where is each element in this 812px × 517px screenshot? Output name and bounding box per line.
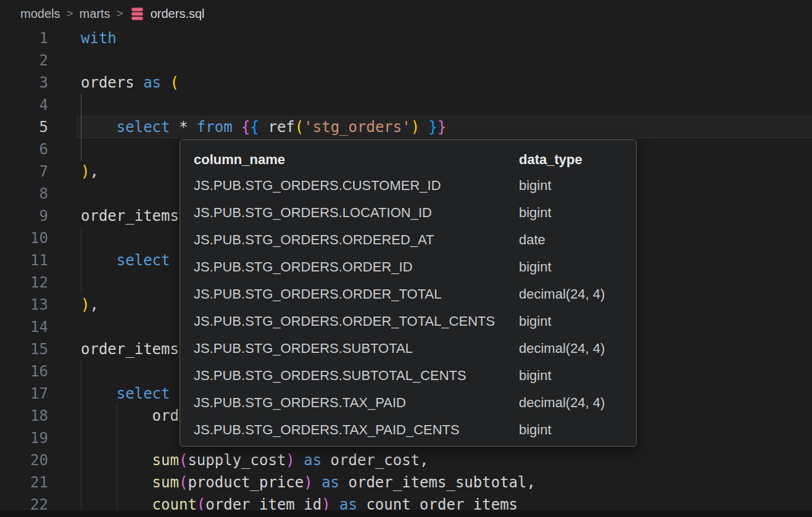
indent-guide — [81, 227, 81, 249]
indent-guide — [81, 360, 81, 383]
line-number: 20 — [0, 449, 48, 471]
token-id — [259, 118, 268, 136]
code-text[interactable]: orders as ( — [76, 72, 812, 94]
code-text[interactable]: sum(product_price) as order_items_subtot… — [76, 471, 812, 494]
token-id: order_items_subtotal, — [339, 474, 536, 491]
popup-data-type-value: date — [519, 226, 636, 254]
code-text[interactable]: sum(supply_cost) as order_cost, — [76, 449, 812, 471]
code-line-2[interactable]: 2 — [0, 49, 812, 72]
token-id: , — [89, 296, 98, 313]
code-line-3[interactable]: 3orders as ( — [0, 72, 812, 94]
line-number: 16 — [0, 360, 48, 383]
code-line-20[interactable]: 20 sum(supply_cost) as order_cost, — [0, 449, 812, 471]
breadcrumb-item-file[interactable]: orders.sql — [130, 6, 205, 22]
token-kw: select — [117, 385, 170, 402]
indent-guide — [81, 138, 81, 160]
token-b2: { — [241, 118, 250, 136]
line-number: 1 — [0, 27, 48, 49]
breadcrumb-separator-icon: > — [117, 7, 123, 20]
popup-row: JS.PUB.STG_ORDERS.SUBTOTAL_CENTSbigint — [194, 362, 636, 389]
popup-column-name-value: JS.PUB.STG_ORDERS.TAX_PAID — [194, 389, 519, 416]
popup-column-name-value: JS.PUB.STG_ORDERS.SUBTOTAL — [194, 335, 519, 362]
popup-data-type-value: decimal(24, 4) — [519, 335, 636, 362]
popup-data-type-value: bigint — [519, 199, 636, 226]
token-fn: sum — [152, 474, 179, 491]
token-kw: as — [143, 74, 161, 91]
token-b2: ( — [179, 474, 188, 491]
token-id: ord — [81, 407, 179, 424]
popup-header-row: column_name data_type — [194, 147, 636, 172]
token-id: order_items — [81, 341, 179, 358]
popup-data-type-value: bigint — [519, 416, 636, 444]
popup-row: JS.PUB.STG_ORDERS.TAX_PAID_CENTSbigint — [194, 416, 636, 444]
token-b2: ) — [304, 474, 312, 491]
indent-guide — [81, 449, 81, 471]
popup-column-name-value: JS.PUB.STG_ORDERS.ORDERED_AT — [194, 226, 519, 254]
line-number: 10 — [0, 227, 48, 249]
popup-row: JS.PUB.STG_ORDERS.CUSTOMER_IDbigint — [194, 172, 636, 199]
token-b1: ( — [295, 118, 304, 136]
line-number: 2 — [0, 49, 48, 72]
token-b1: ) — [81, 163, 89, 180]
token-id — [420, 118, 428, 136]
token-b3: { — [251, 118, 259, 136]
popup-column-name-value: JS.PUB.STG_ORDERS.CUSTOMER_ID — [194, 172, 519, 199]
token-b1: ( — [170, 74, 179, 91]
popup-row: JS.PUB.STG_ORDERS.TAX_PAIDdecimal(24, 4) — [194, 389, 636, 416]
token-id — [81, 385, 117, 402]
token-kw: select — [117, 118, 170, 136]
popup-rows: JS.PUB.STG_ORDERS.CUSTOMER_IDbigintJS.PU… — [194, 172, 636, 444]
popup-row: JS.PUB.STG_ORDERS.ORDER_TOTALdecimal(24,… — [194, 281, 636, 308]
token-kw: from — [197, 118, 233, 136]
token-id — [81, 252, 117, 269]
indent-guide — [81, 471, 81, 494]
line-number: 9 — [0, 205, 48, 227]
breadcrumb: models > marts > orders.sql — [0, 0, 812, 27]
token-id: * — [170, 118, 197, 136]
line-number: 5 — [0, 116, 48, 138]
token-id — [161, 74, 170, 91]
token-kw: as — [321, 474, 339, 491]
popup-header-data-type: data_type — [519, 147, 636, 172]
code-line-21[interactable]: 21 sum(product_price) as order_items_sub… — [0, 471, 812, 494]
token-kw: with — [81, 30, 117, 47]
popup-data-type-value: decimal(24, 4) — [519, 281, 636, 308]
code-line-1[interactable]: 1with — [0, 27, 812, 49]
line-number: 7 — [0, 160, 48, 183]
popup-column-name-value: JS.PUB.STG_ORDERS.ORDER_ID — [194, 254, 519, 281]
breadcrumb-separator-icon: > — [66, 7, 73, 20]
popup-column-name-value: JS.PUB.STG_ORDERS.SUBTOTAL_CENTS — [194, 362, 519, 389]
popup-row: JS.PUB.STG_ORDERS.SUBTOTALdecimal(24, 4) — [194, 335, 636, 362]
line-number: 11 — [0, 249, 48, 271]
indent-guide — [81, 383, 81, 405]
token-id: ref — [268, 118, 294, 136]
token-id: order_items — [81, 207, 179, 225]
token-b1: ) — [411, 118, 420, 136]
code-line-5[interactable]: 5 select * from {{ ref('stg_orders') }} — [0, 116, 812, 138]
token-b2: ) — [286, 452, 294, 469]
popup-data-type-value: bigint — [519, 172, 636, 199]
popup-header-column-name: column_name — [194, 147, 519, 172]
code-text[interactable] — [76, 94, 812, 116]
token-kw: select — [117, 252, 170, 269]
popup-row: JS.PUB.STG_ORDERS.ORDER_TOTAL_CENTSbigin… — [194, 308, 636, 335]
code-text[interactable]: select * from {{ ref('stg_orders') }} — [76, 116, 812, 138]
breadcrumb-item-marts[interactable]: marts — [80, 7, 110, 21]
line-number: 18 — [0, 405, 48, 427]
popup-data-type-value: decimal(24, 4) — [519, 389, 636, 416]
code-line-4[interactable]: 4 — [0, 94, 812, 116]
popup-column-name-value: JS.PUB.STG_ORDERS.TAX_PAID_CENTS — [194, 416, 519, 444]
token-id: orders — [81, 74, 143, 91]
line-number: 13 — [0, 294, 48, 316]
code-text[interactable]: with — [76, 27, 812, 49]
popup-row: JS.PUB.STG_ORDERS.ORDERED_ATdate — [194, 226, 636, 254]
line-number: 21 — [0, 471, 48, 494]
breadcrumb-item-models[interactable]: models — [20, 7, 60, 21]
line-number: 4 — [0, 94, 48, 116]
indent-guide — [117, 405, 117, 427]
token-id: supply_cost — [188, 452, 286, 469]
token-kw: as — [304, 452, 321, 469]
code-text[interactable] — [76, 49, 812, 72]
indent-guide — [81, 405, 81, 427]
token-id — [81, 118, 117, 136]
